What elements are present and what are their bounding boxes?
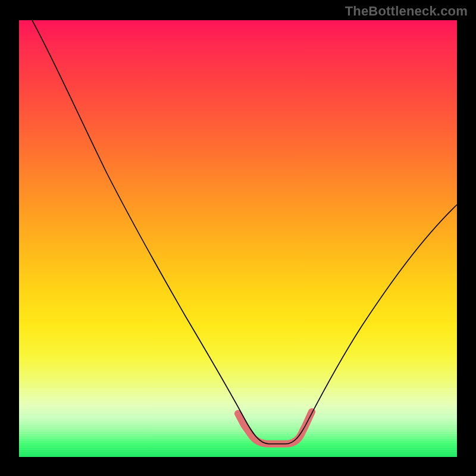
chart-canvas: TheBottleneck.com — [0, 0, 476, 476]
gradient-background — [19, 20, 457, 457]
plot-area — [19, 20, 457, 457]
watermark-text: TheBottleneck.com — [345, 4, 468, 19]
